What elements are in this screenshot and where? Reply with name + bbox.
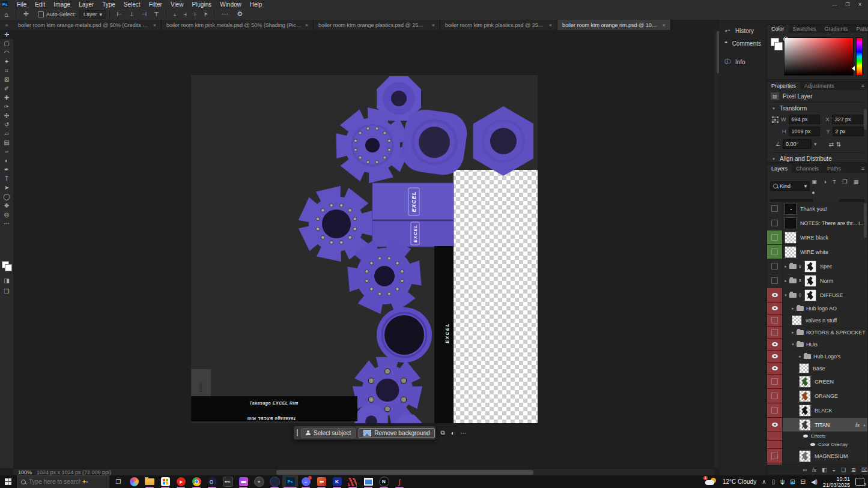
eyedropper-tool[interactable]: ✐ <box>0 84 13 93</box>
move-tool-options-icon[interactable]: ✛ <box>19 10 33 18</box>
cast-icon[interactable]: ⊡ <box>790 478 795 485</box>
path-select-tool[interactable]: ➤ <box>0 183 13 192</box>
healing-brush-tool[interactable]: ✚ <box>0 93 13 102</box>
visibility-toggle[interactable] <box>767 230 783 244</box>
tab-properties[interactable]: Properties <box>767 82 800 90</box>
quick-mask-button[interactable]: ◨ <box>0 276 13 285</box>
flip-horizontal-icon[interactable]: ⇄ <box>829 141 834 148</box>
chevron-right-icon[interactable]: ▸ <box>783 279 789 283</box>
history-brush-tool[interactable]: ↺ <box>0 120 13 129</box>
comments-panel-button[interactable]: ❝ Comments <box>719 37 766 50</box>
foreground-background-swatches[interactable] <box>2 261 11 271</box>
filter-toggle-icon[interactable]: ● <box>810 190 816 196</box>
edit-toolbar-icon[interactable]: ⋯ <box>0 219 13 228</box>
start-button[interactable] <box>0 475 16 488</box>
layer-thumbnail[interactable] <box>799 450 811 462</box>
menu-type[interactable]: Type <box>98 1 120 8</box>
marquee-tool[interactable]: ▢ <box>0 39 13 48</box>
adjustment-layer-button[interactable]: ◒ <box>833 467 836 473</box>
menu-view[interactable]: View <box>166 1 188 8</box>
mask-thumbnail[interactable] <box>804 261 816 273</box>
weather-widget[interactable]: 1 <box>705 478 717 486</box>
layer-group-row[interactable]: ▸ Hub Logo's <box>767 351 867 363</box>
visibility-toggle[interactable] <box>767 418 783 432</box>
brush-tool[interactable]: ✑ <box>0 102 13 111</box>
menu-filter[interactable]: Filter <box>145 1 166 8</box>
maximize-button[interactable]: ❐ <box>845 2 849 7</box>
visibility-toggle[interactable] <box>767 375 783 388</box>
info-panel-button[interactable]: ⓘ Info <box>719 55 766 69</box>
visibility-toggle[interactable] <box>767 274 783 288</box>
layer-thumbnail[interactable] <box>799 376 811 388</box>
visibility-toggle[interactable] <box>767 315 783 326</box>
chevron-right-icon[interactable]: ▸ <box>797 354 803 359</box>
hand-tool[interactable]: ✥ <box>0 201 13 210</box>
layer-row-selected[interactable]: TITAN fx ▴ <box>767 418 867 432</box>
document-tab[interactable]: boiler room ktm orange metals.psd @ 50% … <box>13 20 162 30</box>
saturation-brightness-box[interactable] <box>784 37 854 76</box>
visibility-toggle[interactable] <box>767 403 783 417</box>
frame-tool[interactable]: ⊠ <box>0 75 13 84</box>
filter-adjustment-layers-icon[interactable]: ◑ <box>821 179 828 185</box>
screen-mode-button[interactable]: ❐ <box>0 287 13 296</box>
type-tool[interactable]: T <box>0 174 13 183</box>
document-tab-active[interactable]: boiler room ktm orange rim.psd @ 100% (T… <box>557 20 671 30</box>
transform-icon[interactable]: ⧉ <box>438 429 448 436</box>
scrollbar-thumb[interactable] <box>864 109 867 130</box>
background-color-swatch[interactable] <box>774 42 783 50</box>
y-field[interactable]: 2 px <box>833 127 864 136</box>
layer-thumbnail[interactable] <box>799 390 811 402</box>
photoshop-app-active[interactable]: Ps <box>282 475 298 488</box>
mask-thumbnail[interactable] <box>804 275 816 287</box>
copilot-app[interactable] <box>126 475 142 488</box>
align-top-edges-icon[interactable]: ⊤ <box>150 11 163 17</box>
canvas-area[interactable]: EXCEL EXCEL <box>13 30 714 468</box>
epic-games-app[interactable]: EPIC <box>220 475 235 488</box>
layer-row[interactable]: NOTES: There are thr... in the SAF wheel… <box>767 216 867 230</box>
mask-thumbnail[interactable] <box>804 289 816 301</box>
horizontal-scrollbar-thumb[interactable] <box>276 470 533 475</box>
visibility-toggle[interactable] <box>767 303 783 314</box>
height-field[interactable]: 1019 px <box>789 127 820 136</box>
align-left-edges-icon[interactable]: ⊢ <box>113 11 126 17</box>
panel-menu-icon[interactable]: ≡ <box>858 83 867 89</box>
discord-app[interactable]: ⌣ <box>298 475 314 488</box>
menu-layer[interactable]: Layer <box>74 1 98 8</box>
width-field[interactable]: 694 px <box>789 115 820 124</box>
reference-point-proxy[interactable] <box>772 116 778 123</box>
layer-effects-row[interactable]: Effects <box>767 432 867 441</box>
layer-group-row[interactable]: ▸ Hub logo AO <box>767 303 867 315</box>
hue-marker[interactable] <box>852 66 855 71</box>
more-options-icon[interactable]: ⋯ <box>217 10 232 18</box>
eye-icon[interactable] <box>803 435 808 438</box>
fx-badge[interactable]: fx <box>855 422 861 428</box>
dropdown-app[interactable]: ▾ <box>251 475 267 488</box>
game-controller-app[interactable] <box>235 475 251 488</box>
phone-link-icon[interactable]: ▯ <box>771 478 775 485</box>
filter-type-layers-icon[interactable]: T <box>831 179 838 185</box>
remove-background-button[interactable]: Remove background <box>359 428 434 438</box>
layer-thumbnail[interactable] <box>785 246 797 258</box>
lasso-tool[interactable]: ◠ <box>0 48 13 57</box>
visibility-toggle[interactable] <box>767 216 783 230</box>
chevron-right-icon[interactable]: ▸ <box>790 306 796 311</box>
signature-app[interactable]: ∫ <box>392 475 407 488</box>
task-view-button[interactable]: ❐ <box>111 475 126 488</box>
document-tab[interactable]: boiler room ktm pink plastics.psd @ 25% … <box>440 20 557 30</box>
visibility-toggle[interactable] <box>767 202 783 215</box>
collapse-effects-icon[interactable]: ▴ <box>861 423 867 427</box>
layer-thumbnail[interactable] <box>785 203 797 215</box>
visibility-toggle[interactable] <box>767 351 783 362</box>
new-layer-button[interactable]: ⊞ <box>851 467 856 473</box>
magic-wand-tool[interactable]: ✦ <box>0 57 13 66</box>
chevron-right-icon[interactable]: ▸ <box>790 330 796 335</box>
scrollbar-thumb[interactable] <box>864 203 867 238</box>
align-section-header[interactable]: ▾ Align and Distribute <box>771 155 864 162</box>
layer-thumbnail[interactable] <box>799 363 809 373</box>
zoom-tool[interactable]: ◎ <box>0 210 13 219</box>
pen-tool[interactable]: ✒ <box>0 165 13 174</box>
auto-select-checkbox[interactable] <box>38 11 44 17</box>
window-app[interactable] <box>360 475 376 488</box>
chrome-app[interactable] <box>189 475 204 488</box>
eraser-tool[interactable]: ▱ <box>0 129 13 138</box>
